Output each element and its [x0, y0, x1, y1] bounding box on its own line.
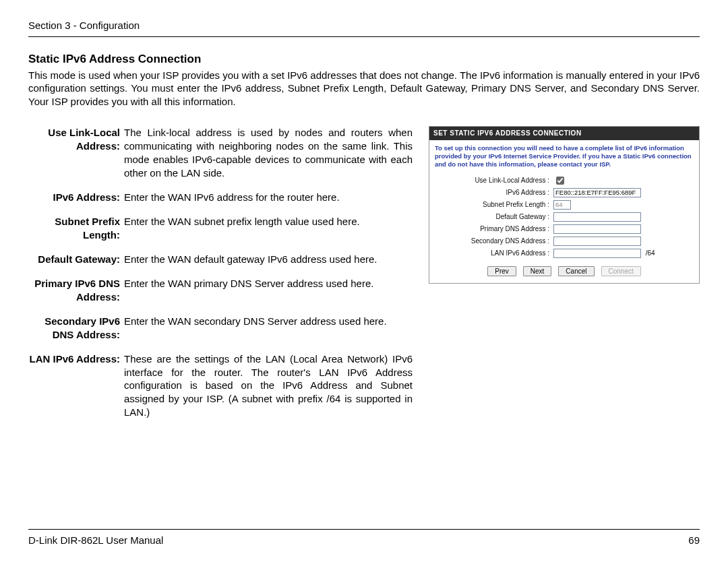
def-term: Primary IPv6 DNS Address:: [28, 277, 124, 304]
row-ipv6-address: IPv6 Address :: [435, 187, 694, 199]
label-primary-dns: Primary DNS Address :: [435, 224, 553, 233]
input-lan-ipv6[interactable]: [553, 249, 641, 258]
label-default-gateway: Default Gateway :: [435, 212, 553, 221]
def-term: Secondary IPv6 DNS Address:: [28, 315, 124, 342]
def-use-link-local: Use Link-Local Address: The Link-local a…: [28, 126, 413, 180]
page-title: Static IPv6 Address Connection: [28, 52, 700, 67]
shot-form: Use Link-Local Address : IPv6 Address : …: [429, 173, 699, 261]
input-secondary-dns[interactable]: [553, 237, 641, 246]
checkbox-use-link-local[interactable]: [556, 177, 564, 185]
shot-note: To set up this connection you will need …: [429, 140, 699, 173]
def-term: LAN IPv6 Address:: [28, 352, 124, 420]
label-subnet-prefix: Subnet Prefix Length :: [435, 200, 553, 209]
row-secondary-dns: Secondary DNS Address :: [435, 235, 694, 247]
def-term: Subnet Prefix Length:: [28, 215, 124, 242]
input-default-gateway[interactable]: [553, 212, 641, 222]
lan-ipv6-suffix: /64: [643, 249, 655, 257]
footer-left: D-Link DIR-862L User Manual: [28, 534, 163, 547]
shot-title: SET STATIC IPV6 ADDRESS CONNECTION: [429, 127, 699, 139]
def-secondary-dns: Secondary IPv6 DNS Address: Enter the WA…: [28, 315, 413, 342]
def-primary-dns: Primary IPv6 DNS Address: Enter the WAN …: [28, 277, 413, 304]
footer-right: 69: [688, 534, 700, 547]
input-primary-dns[interactable]: [553, 224, 641, 234]
def-ipv6-address: IPv6 Address: Enter the WAN IPv6 address…: [28, 191, 413, 204]
label-secondary-dns: Secondary DNS Address :: [435, 237, 553, 245]
cancel-button[interactable]: Cancel: [558, 266, 594, 276]
input-subnet-prefix[interactable]: [553, 200, 571, 210]
row-lan-ipv6: LAN IPv6 Address : /64: [435, 247, 694, 259]
shot-button-row: Prev Next Cancel Connect: [429, 261, 699, 283]
def-default-gateway: Default Gateway: Enter the WAN default g…: [28, 253, 413, 266]
row-default-gateway: Default Gateway :: [435, 211, 694, 223]
def-term: Default Gateway:: [28, 253, 124, 266]
prev-button[interactable]: Prev: [487, 266, 516, 276]
def-desc: Enter the WAN IPv6 address for the route…: [124, 191, 413, 204]
label-use-link-local: Use Link-Local Address :: [435, 176, 553, 185]
def-term: Use Link-Local Address:: [28, 126, 124, 180]
def-desc: Enter the WAN default gateway IPv6 addre…: [124, 253, 413, 266]
row-use-link-local: Use Link-Local Address :: [435, 175, 694, 187]
connect-button[interactable]: Connect: [601, 266, 641, 276]
row-subnet-prefix: Subnet Prefix Length :: [435, 199, 694, 211]
intro-paragraph: This mode is used when your ISP provides…: [28, 69, 700, 109]
def-lan-ipv6: LAN IPv6 Address: These are the settings…: [28, 352, 413, 420]
def-desc: Enter the WAN secondary DNS Server addre…: [124, 315, 413, 342]
label-ipv6-address: IPv6 Address :: [435, 188, 553, 197]
footer-rule: [28, 529, 700, 530]
label-lan-ipv6: LAN IPv6 Address :: [435, 249, 553, 257]
router-config-screenshot: SET STATIC IPV6 ADDRESS CONNECTION To se…: [429, 126, 700, 283]
page-footer: D-Link DIR-862L User Manual 69: [28, 529, 700, 547]
row-primary-dns: Primary DNS Address :: [435, 223, 694, 235]
def-desc: Enter the WAN subnet prefix length value…: [124, 215, 413, 242]
def-desc: The Link-local address is used by nodes …: [124, 126, 413, 180]
input-ipv6-address[interactable]: [553, 188, 641, 197]
definition-list: Use Link-Local Address: The Link-local a…: [28, 126, 413, 419]
def-subnet-prefix: Subnet Prefix Length: Enter the WAN subn…: [28, 215, 413, 242]
def-desc: These are the settings of the LAN (Local…: [124, 352, 413, 420]
def-term: IPv6 Address:: [28, 191, 124, 204]
section-header: Section 3 - Configuration: [28, 19, 700, 32]
header-rule: [28, 36, 700, 37]
def-desc: Enter the WAN primary DNS Server address…: [124, 277, 413, 304]
next-button[interactable]: Next: [523, 266, 552, 276]
